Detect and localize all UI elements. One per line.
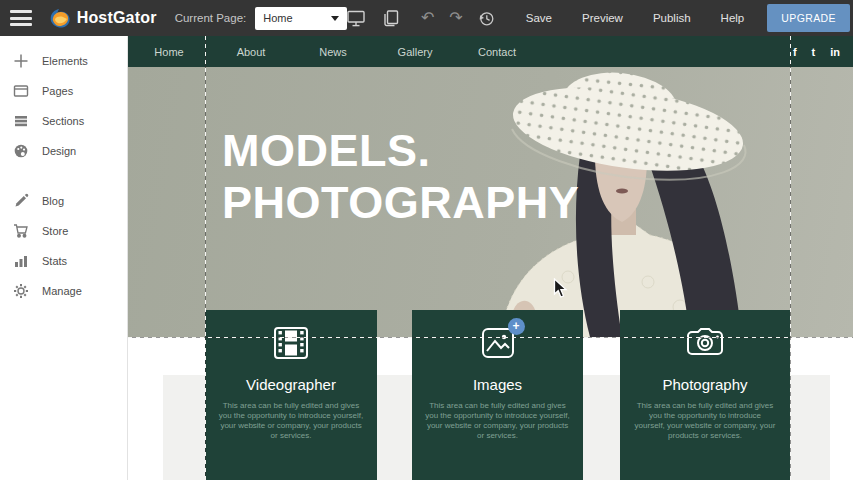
feature-card-photography[interactable]: Photography This area can be fully edite… [620,310,790,480]
help-button[interactable]: Help [721,12,745,24]
history-icon[interactable] [478,10,495,27]
sidebar-item-store[interactable]: Store [0,216,127,246]
sidebar-item-design[interactable]: Design [0,136,127,166]
hero-title-line2: PHOTOGRAPHY [222,177,579,229]
hero-title[interactable]: MODELS. PHOTOGRAPHY [222,125,579,229]
sidebar-item-stats[interactable]: Stats [0,246,127,276]
sidebar-item-pages[interactable]: Pages [0,76,127,106]
pages-icon [13,83,29,99]
app-window: HostGator Current Page: Home ↶ ↷ Save Pr… [0,0,853,480]
sidebar-item-label: Store [42,225,68,237]
facebook-icon[interactable]: f [793,46,797,58]
gear-icon [13,283,29,299]
sidebar-item-label: Pages [42,85,73,97]
preview-button[interactable]: Preview [582,12,623,24]
hero-section[interactable]: MODELS. PHOTOGRAPHY [128,67,853,337]
sidebar-item-label: Sections [42,115,84,127]
site-nav-home[interactable]: Home [128,46,210,58]
editor-topbar: HostGator Current Page: Home ↶ ↷ Save Pr… [0,0,853,36]
add-image-plus-icon[interactable]: + [508,318,525,335]
site-nav-contact[interactable]: Contact [456,46,538,58]
sidebar-item-label: Elements [42,55,88,67]
card-body: This area can be fully edited and gives … [218,401,364,441]
sidebar-item-label: Design [42,145,76,157]
sidebar-item-label: Manage [42,285,82,297]
upgrade-button[interactable]: UPGRADE [767,4,850,32]
sidebar-item-label: Stats [42,255,67,267]
site-navbar: Home About News Gallery Contact f t in [128,36,853,67]
sidebar-item-elements[interactable]: Elements [0,46,127,76]
desktop-view-icon[interactable] [347,10,365,27]
film-icon [272,326,310,360]
pencil-icon [13,193,29,209]
chevron-down-icon [331,16,339,21]
site-canvas: Home About News Gallery Contact f t in [128,36,853,480]
sidebar-item-label: Blog [42,195,64,207]
card-body: This area can be fully edited and gives … [425,401,570,441]
sidebar-item-sections[interactable]: Sections [0,106,127,136]
hostgator-logo[interactable]: HostGator [48,7,157,29]
sections-icon [13,113,29,129]
site-nav-gallery[interactable]: Gallery [374,46,456,58]
page-select-value: Home [263,12,292,24]
palette-icon [13,143,29,159]
page-select-dropdown[interactable]: Home [255,7,347,30]
hostgator-logo-icon [48,7,72,29]
camera-icon [685,326,725,360]
cart-icon [13,223,29,239]
brand-name: HostGator [77,9,157,27]
site-nav-news[interactable]: News [292,46,374,58]
current-page-label: Current Page: [175,12,247,24]
hero-title-line1: MODELS. [222,125,579,177]
card-title: Videographer [205,376,377,393]
card-title: Images [412,376,583,393]
sidebar-item-manage[interactable]: Manage [0,276,127,306]
save-button[interactable]: Save [526,12,552,24]
card-title: Photography [620,376,790,393]
hamburger-icon[interactable] [10,10,32,26]
feature-card-videographer[interactable]: Videographer This area can be fully edit… [205,310,377,480]
site-nav-about[interactable]: About [210,46,292,58]
undo-icon[interactable]: ↶ [421,10,434,26]
mobile-view-icon[interactable] [382,10,399,27]
sidebar-item-blog[interactable]: Blog [0,186,127,216]
stats-icon [13,253,29,269]
twitter-icon[interactable]: t [812,46,816,58]
feature-card-images[interactable]: + Images This area can be fully edited a… [412,310,583,480]
editor-sidebar: Elements Pages Sections Design Blog Stor… [0,36,128,480]
linkedin-icon[interactable]: in [830,46,840,58]
redo-icon[interactable]: ↷ [449,10,462,26]
card-body: This area can be fully edited and gives … [633,401,777,441]
publish-button[interactable]: Publish [653,12,691,24]
plus-icon [13,53,29,69]
